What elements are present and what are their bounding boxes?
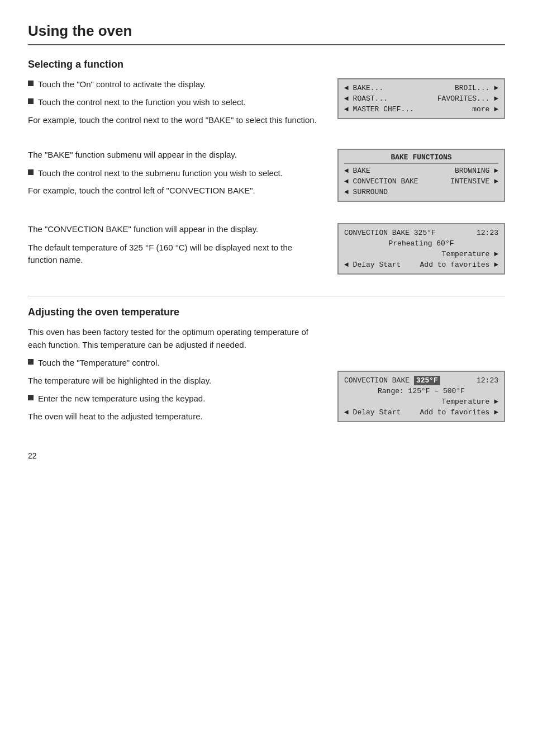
page-number: 22 (28, 451, 505, 460)
display4-panel: CONVECTION BAKE 325°F 12:23 Range: 125°F… (337, 326, 505, 429)
section2-title: Adjusting the oven temperature (28, 306, 505, 318)
display4-row4: ◄ Delay Start Add to favorites ► (344, 407, 498, 418)
bullet-icon (28, 81, 34, 86)
display2-row2: ◄ CONVECTION BAKE INTENSIVE ► (344, 176, 498, 187)
display1-panel: ◄ BAKE... BROIL... ► ◄ ROAST... FAVORITE… (337, 78, 505, 132)
section1-bullets1: Touch the "On" control to activate the d… (28, 78, 321, 108)
section-divider (28, 296, 505, 296)
list-item: Touch the control next to the submenu fu… (28, 167, 321, 179)
display2-header: BAKE FUNCTIONS (344, 153, 498, 164)
bullet-icon (28, 98, 34, 104)
bullet-icon (28, 169, 34, 175)
display1-row1: ◄ BAKE... BROIL... ► (344, 83, 498, 93)
page-title: Using the oven (28, 22, 505, 45)
display2-panel: BAKE FUNCTIONS ◄ BAKE BROWNING ► ◄ CONVE… (337, 149, 505, 206)
section1-text5: The default temperature of 325 °F (160 °… (28, 242, 321, 267)
section2-text1: The temperature will be highlighted in t… (28, 375, 321, 388)
section1-text2: The "BAKE" function submenu will appear … (28, 149, 321, 162)
display2-row1: ◄ BAKE BROWNING ► (344, 166, 498, 176)
list-item: Touch the "On" control to activate the d… (28, 78, 321, 91)
display3-row1: CONVECTION BAKE 325°F 12:23 (344, 228, 498, 238)
display4-row1: CONVECTION BAKE 325°F 12:23 (344, 375, 498, 386)
display4-row3: Temperature ► (344, 396, 498, 407)
display2-row3: ◄ SURROUND (344, 187, 498, 197)
display3-row3: Temperature ► (344, 249, 498, 259)
display1-row3: ◄ MASTER CHEF... more ► (344, 104, 498, 115)
section2-bullets1: Touch the "Temperature" control. (28, 357, 321, 369)
section1-text1: For example, touch the control next to t… (28, 114, 321, 127)
section2-bullets2: Enter the new temperature using the keyp… (28, 393, 321, 405)
bullet-icon (28, 359, 34, 365)
list-item: Touch the "Temperature" control. (28, 357, 321, 369)
section1-title: Selecting a function (28, 59, 505, 70)
display3-panel: CONVECTION BAKE 325°F 12:23 Preheating 6… (337, 223, 505, 279)
section2-text2: The oven will heat to the adjusted tempe… (28, 410, 321, 423)
display3-preheating: Preheating 60°F (344, 238, 498, 249)
section1-text4: The "CONVECTION BAKE" function will appe… (28, 223, 321, 236)
section2-intro: This oven has been factory tested for th… (28, 326, 321, 351)
list-item: Touch the control next to the function y… (28, 96, 321, 108)
temperature-highlight: 325°F (414, 376, 440, 385)
display1-row2: ◄ ROAST... FAVORITES... ► (344, 93, 498, 104)
section1-text3: For example, touch the control left of "… (28, 185, 321, 197)
display4-range: Range: 125°F – 500°F (344, 386, 498, 396)
section1-bullets2: Touch the control next to the submenu fu… (28, 167, 321, 179)
display3-row4: ◄ Delay Start Add to favorites ► (344, 259, 498, 270)
bullet-icon (28, 395, 34, 400)
list-item: Enter the new temperature using the keyp… (28, 393, 321, 405)
